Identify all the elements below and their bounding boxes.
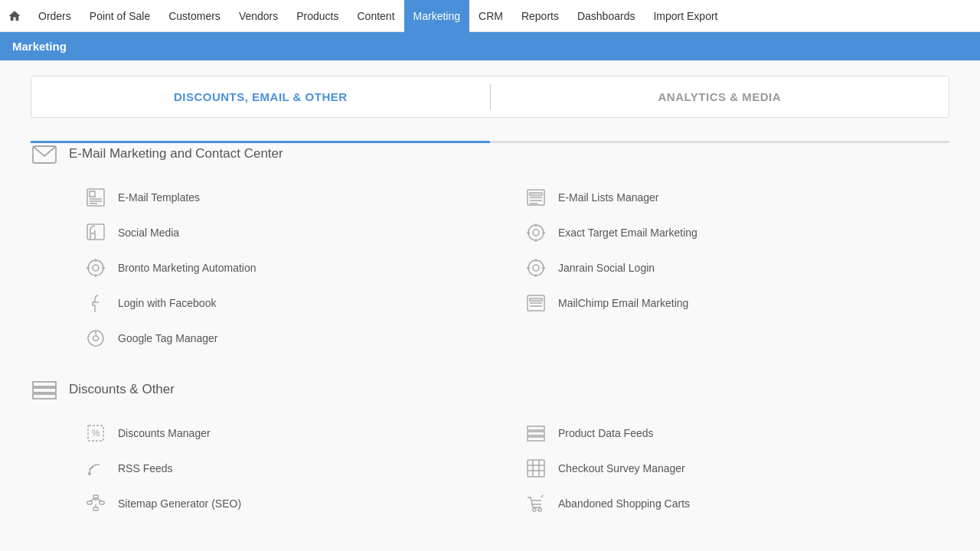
nav-dashboards[interactable]: Dashboards	[568, 0, 645, 32]
svg-rect-35	[530, 298, 542, 301]
google-tag-label: Google Tag Manager	[118, 332, 218, 344]
svg-rect-55	[87, 501, 92, 504]
janrain-icon	[524, 258, 547, 278]
item-abandoned-carts[interactable]: Abandoned Shopping Carts	[509, 486, 949, 521]
svg-rect-7	[530, 193, 542, 195]
svg-line-66	[541, 495, 543, 497]
abandoned-carts-icon	[524, 494, 547, 514]
svg-line-60	[96, 498, 102, 501]
email-lists-icon	[524, 187, 547, 207]
nav-import-export[interactable]: Import Export	[644, 0, 727, 32]
svg-rect-46	[528, 432, 544, 435]
bronto-label: Bronto Marketing Automation	[118, 262, 256, 274]
svg-point-16	[533, 230, 539, 236]
nav-reports[interactable]: Reports	[512, 0, 568, 32]
google-tag-icon	[84, 328, 107, 348]
svg-point-21	[88, 260, 103, 276]
svg-point-27	[528, 260, 544, 276]
tab-container: DISCOUNTS, EMAIL & OTHER ANALYTICS & MED…	[31, 76, 949, 143]
discounts-section: Discounts & Other % Discounts Manager	[31, 379, 949, 521]
svg-text:%: %	[92, 428, 100, 439]
product-data-feeds-label: Product Data Feeds	[558, 427, 654, 439]
email-lists-label: E-Mail Lists Manager	[558, 191, 659, 204]
main-content: DISCOUNTS, EMAIL & OTHER ANALYTICS & MED…	[0, 60, 980, 551]
home-button[interactable]	[8, 9, 21, 23]
nav-orders[interactable]: Orders	[29, 0, 80, 32]
discounts-section-header: Discounts & Other	[31, 379, 949, 400]
discounts-section-icon	[31, 379, 58, 400]
tab-discounts-email[interactable]: DISCOUNTS, EMAIL & OTHER	[31, 77, 490, 117]
abandoned-carts-label: Abandoned Shopping Carts	[558, 497, 690, 510]
checkout-survey-icon	[524, 458, 547, 478]
page-title: Marketing	[12, 40, 67, 53]
nav-crm[interactable]: CRM	[469, 0, 512, 32]
email-templates-label: E-Mail Templates	[118, 191, 200, 204]
email-section-icon	[31, 143, 58, 165]
email-templates-icon	[84, 187, 107, 207]
svg-rect-42	[33, 394, 56, 399]
facebook-login-label: Login with Facebook	[118, 297, 216, 309]
item-google-tag[interactable]: Google Tag Manager	[69, 321, 509, 356]
discounts-section-title: Discounts & Other	[69, 382, 175, 397]
facebook-icon	[84, 293, 107, 313]
svg-rect-49	[528, 460, 544, 477]
email-section-header: E-Mail Marketing and Contact Center	[31, 143, 949, 165]
tab-analytics-media[interactable]: ANALYTICS & MEDIA	[491, 77, 949, 117]
tab-active-indicator	[31, 141, 490, 143]
rss-feeds-label: RSS Feeds	[118, 462, 173, 474]
svg-point-48	[88, 472, 91, 475]
item-rss-feeds[interactable]: RSS Feeds	[69, 451, 509, 486]
janrain-label: Janrain Social Login	[558, 262, 655, 274]
item-product-data-feeds[interactable]: Product Data Feeds	[509, 416, 949, 451]
svg-point-15	[528, 225, 544, 240]
item-janrain[interactable]: Janrain Social Login	[509, 250, 949, 285]
svg-line-59	[90, 498, 96, 501]
email-items-grid: E-Mail Templates E-Mail Lists Manager	[69, 180, 949, 356]
exact-target-label: Exact Target Email Marketing	[558, 227, 697, 239]
item-sitemap-generator[interactable]: Sitemap Generator (SEO)	[69, 486, 509, 521]
svg-rect-2	[90, 191, 95, 197]
checkout-survey-label: Checkout Survey Manager	[558, 462, 685, 474]
svg-point-28	[533, 265, 539, 271]
bronto-icon	[84, 258, 107, 278]
rss-feeds-icon	[84, 458, 107, 478]
svg-rect-41	[33, 388, 56, 393]
item-checkout-survey[interactable]: Checkout Survey Manager	[509, 451, 949, 486]
product-data-feeds-icon	[524, 423, 547, 443]
mailchimp-icon	[524, 293, 547, 313]
social-media-label: Social Media	[118, 227, 179, 239]
sitemap-generator-label: Sitemap Generator (SEO)	[118, 497, 241, 510]
svg-rect-40	[33, 382, 56, 386]
svg-rect-45	[528, 426, 544, 430]
svg-point-22	[93, 265, 99, 271]
tab-underline-bar	[31, 141, 949, 143]
item-discounts-manager[interactable]: % Discounts Manager	[69, 416, 509, 451]
top-nav: Orders Point of Sale Customers Vendors P…	[0, 0, 980, 32]
nav-products[interactable]: Products	[287, 0, 348, 32]
svg-rect-57	[93, 507, 98, 510]
svg-rect-56	[100, 501, 104, 504]
social-media-icon	[84, 223, 107, 243]
item-mailchimp[interactable]: MailChimp Email Marketing	[509, 285, 949, 321]
mailchimp-label: MailChimp Email Marketing	[558, 297, 688, 309]
nav-marketing[interactable]: Marketing	[404, 0, 469, 32]
item-facebook-login[interactable]: Login with Facebook	[69, 285, 509, 321]
item-email-templates[interactable]: E-Mail Templates	[69, 180, 509, 215]
discounts-manager-icon: %	[84, 423, 107, 443]
sitemap-generator-icon	[84, 494, 107, 514]
svg-point-65	[538, 508, 541, 511]
item-social-media[interactable]: Social Media	[69, 215, 509, 250]
item-bronto[interactable]: Bronto Marketing Automation	[69, 250, 509, 285]
nav-pos[interactable]: Point of Sale	[80, 0, 159, 32]
svg-point-64	[533, 508, 536, 511]
page-header: Marketing	[0, 32, 980, 60]
svg-rect-54	[93, 495, 98, 498]
nav-vendors[interactable]: Vendors	[230, 0, 287, 32]
svg-rect-47	[528, 437, 544, 441]
item-email-lists[interactable]: E-Mail Lists Manager	[509, 180, 949, 215]
nav-content[interactable]: Content	[348, 0, 404, 32]
item-exact-target[interactable]: Exact Target Email Marketing	[509, 215, 949, 250]
email-section: E-Mail Marketing and Contact Center E-Ma…	[31, 143, 949, 356]
nav-customers[interactable]: Customers	[159, 0, 230, 32]
exact-target-icon	[524, 223, 547, 243]
